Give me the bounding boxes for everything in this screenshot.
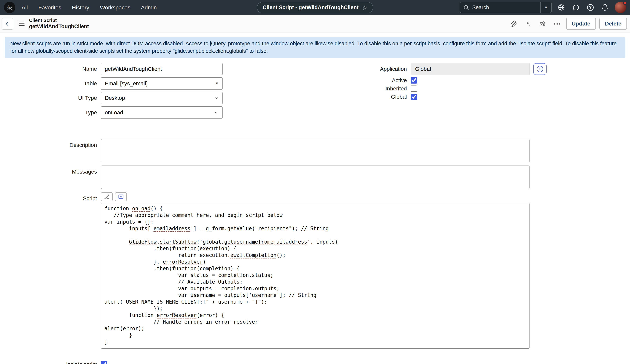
global-field-row: Global xyxy=(315,94,630,100)
script-code[interactable]: function onLoad() { //Type appropriate c… xyxy=(101,203,530,349)
table-label: Table xyxy=(0,80,101,87)
inherited-checkbox[interactable] xyxy=(411,85,417,92)
description-textarea[interactable] xyxy=(101,139,530,162)
global-label: Global xyxy=(315,94,411,100)
form-top-grid: Name Table Email [sys_email] ▼ UI Type D… xyxy=(0,63,630,121)
form-left-column: Name Table Email [sys_email] ▼ UI Type D… xyxy=(0,63,315,121)
active-label: Active xyxy=(315,77,411,83)
strict-mode-banner: New client-scripts are run in strict mod… xyxy=(5,37,625,58)
global-checkbox[interactable] xyxy=(411,94,417,100)
script-field-row: Script function onLoad() { //Type approp… xyxy=(0,192,630,349)
favorite-star-icon[interactable]: ☆ xyxy=(362,4,368,11)
table-field-row: Table Email [sys_email] ▼ xyxy=(0,77,315,90)
form-body: New client-scripts are run in strict mod… xyxy=(0,37,630,364)
toggle-syntax-editor-button[interactable] xyxy=(101,192,113,201)
delete-button[interactable]: Delete xyxy=(600,18,627,30)
type-label: Type xyxy=(0,109,101,116)
application-field: Global xyxy=(411,63,530,75)
personalize-form-sliders-icon[interactable] xyxy=(537,18,548,29)
type-select-value: onLoad xyxy=(105,109,123,116)
application-value: Global xyxy=(415,66,431,72)
name-input[interactable] xyxy=(101,63,222,75)
chevron-down-icon xyxy=(214,96,219,100)
nav-all[interactable]: All xyxy=(22,4,28,11)
script-toolbar xyxy=(101,192,530,201)
pencil-icon xyxy=(104,194,110,199)
type-select[interactable]: onLoad xyxy=(101,106,222,119)
isolate-script-checkbox[interactable] xyxy=(101,361,107,364)
messages-field-row: Messages xyxy=(0,166,630,189)
table-select[interactable]: Email [sys_email] ▼ xyxy=(101,77,222,90)
form-actions: ⋯ Update Delete xyxy=(508,18,627,30)
ui-type-select-value: Desktop xyxy=(105,95,125,101)
chevron-down-icon xyxy=(214,110,219,115)
ai-sparkle-icon[interactable] xyxy=(523,18,534,29)
info-icon: i xyxy=(537,66,543,72)
type-field-row: Type onLoad xyxy=(0,106,315,119)
nav-admin[interactable]: Admin xyxy=(141,4,156,11)
record-name-label: getWildAndToughClient xyxy=(29,23,89,30)
application-label: Application xyxy=(315,66,411,72)
global-header: ☠ All Favorites History Workspaces Admin… xyxy=(0,0,630,15)
main-nav: All Favorites History Workspaces Admin xyxy=(22,4,157,11)
search-box: ▾ xyxy=(460,2,552,13)
nav-favorites[interactable]: Favorites xyxy=(38,4,62,11)
application-info-button[interactable]: i xyxy=(533,63,546,75)
skull-icon: ☠ xyxy=(7,4,12,11)
form-right-column: Application Global i Active Inherited xyxy=(315,63,630,121)
search-scope-dropdown[interactable]: ▾ xyxy=(540,2,551,13)
ui-type-label: UI Type xyxy=(0,95,101,101)
record-title: Client Script getWildAndToughClient xyxy=(29,17,89,30)
table-select-value: Email [sys_email] xyxy=(105,80,148,87)
caret-down-icon: ▼ xyxy=(215,81,219,85)
name-label: Name xyxy=(0,66,101,72)
back-button[interactable] xyxy=(2,18,13,30)
more-actions-icon[interactable]: ⋯ xyxy=(552,18,563,29)
description-label: Description xyxy=(0,139,101,148)
help-icon[interactable]: ? xyxy=(586,3,595,12)
nav-history[interactable]: History xyxy=(72,4,89,11)
question-mark-glyph: ? xyxy=(589,5,592,10)
isolate-script-field-row: Isolate script xyxy=(0,361,630,364)
user-avatar[interactable] xyxy=(615,2,626,13)
chevron-left-icon xyxy=(4,20,10,27)
notification-dot xyxy=(623,1,627,5)
messages-textarea[interactable] xyxy=(101,166,530,189)
form-context-menu-button[interactable] xyxy=(18,20,25,27)
header-right-cluster: ▾ ? xyxy=(460,2,626,13)
description-field-row: Description xyxy=(0,139,630,162)
chevron-down-icon: ▾ xyxy=(545,5,547,10)
globe-icon[interactable] xyxy=(556,3,566,12)
active-checkbox[interactable] xyxy=(411,77,417,83)
search-input[interactable] xyxy=(472,4,540,11)
name-field-row: Name xyxy=(0,63,315,75)
messages-label: Messages xyxy=(0,166,101,175)
attachment-paperclip-icon[interactable] xyxy=(508,18,519,29)
active-field-row: Active xyxy=(315,77,630,83)
script-editor: function onLoad() { //Type appropriate c… xyxy=(101,192,530,349)
record-type-label: Client Script xyxy=(29,17,89,23)
context-pill-label: Client Script - getWildAndToughClient xyxy=(262,4,358,10)
hamburger-icon xyxy=(18,20,25,27)
search-icon xyxy=(463,4,469,10)
script-label: Script xyxy=(0,192,101,202)
inherited-label: Inherited xyxy=(315,85,411,92)
context-pill[interactable]: Client Script - getWildAndToughClient ☆ xyxy=(257,2,373,13)
run-script-icon xyxy=(118,194,124,200)
chat-icon[interactable] xyxy=(571,3,580,12)
notifications-bell-icon[interactable] xyxy=(600,3,610,12)
nav-workspaces[interactable]: Workspaces xyxy=(100,4,130,11)
ui-type-field-row: UI Type Desktop xyxy=(0,92,315,104)
form-header: Client Script getWildAndToughClient ⋯ Up… xyxy=(0,15,630,33)
instance-logo[interactable]: ☠ xyxy=(4,2,15,13)
isolate-script-label: Isolate script xyxy=(0,361,101,364)
ui-type-select[interactable]: Desktop xyxy=(101,92,222,104)
update-button[interactable]: Update xyxy=(566,18,596,30)
app-root: ☠ All Favorites History Workspaces Admin… xyxy=(0,0,630,364)
application-field-row: Application Global i xyxy=(315,63,630,75)
script-preview-button[interactable] xyxy=(115,192,127,201)
inherited-field-row: Inherited xyxy=(315,85,630,92)
